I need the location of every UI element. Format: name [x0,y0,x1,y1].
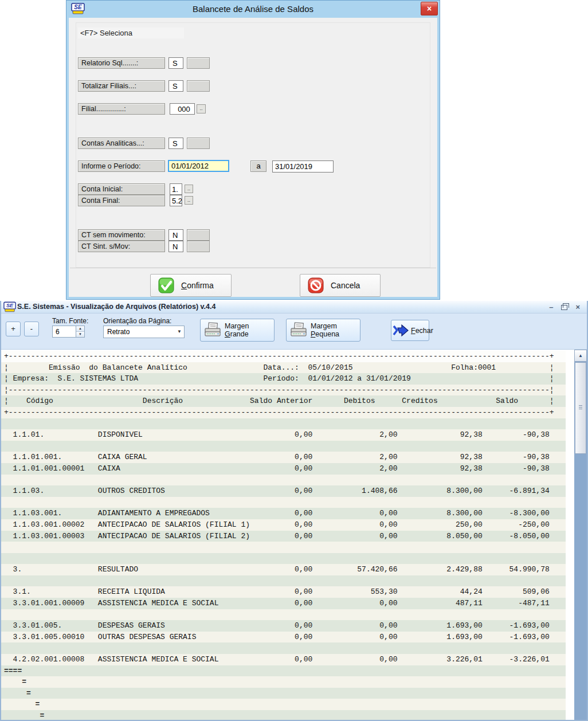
report-line: 1.1.03.001. ADIANTAMENTO A EMPREGADOS 0,… [1,508,566,519]
fechar-label: Fechar [411,327,433,335]
periodo-to-input[interactable] [272,160,334,173]
stepper-up-icon[interactable]: ▲ [76,326,84,331]
conta-inicial-browse-button[interactable]: .. [185,185,193,193]
conta-final-input[interactable] [170,195,182,206]
periodo-separator-label: a [250,160,266,172]
ct-sem-movimento-aux-box [187,229,210,241]
close-icon[interactable]: × [575,303,580,311]
dialog-titlebar: SE Balancete de Análise de Saldos × [66,1,440,18]
minimize-icon[interactable]: – [549,303,553,311]
report-area: +---------------------------------------… [1,350,587,720]
relatorio-sql-label: Relatorio Sql.......: [78,57,165,69]
report-line: 1.1.01. DISPONIVEL 0,00 2,00 92,38 -90,3… [1,429,566,441]
report-line: ==== [1,665,566,677]
ct-sem-movimento-label: CT sem movimento: [78,229,165,241]
zoom-in-button[interactable]: + [6,322,21,336]
orientation-label: Orientação da Página: [103,317,171,325]
conta-inicial-input[interactable] [170,183,182,195]
totalizar-filiais-input[interactable] [168,80,183,92]
restore-icon[interactable] [561,305,567,310]
printer-icon [290,322,307,338]
report-line [1,475,566,486]
f7-hint-label: <F7> Seleciona [78,28,184,38]
report-line [1,418,566,430]
confirm-check-icon [158,277,174,293]
report-line: = [1,688,566,699]
screen: SE Balancete de Análise de Saldos × <F7>… [0,0,588,721]
zoom-out-button[interactable]: - [24,322,39,336]
viewer-title: S.E. Sistemas - Visualização de Arquivos… [17,303,215,311]
relatorio-sql-input[interactable] [168,57,183,69]
app-logo-icon: SE [3,301,16,312]
close-arrow-icon [393,323,410,339]
viewer-toolbar: + - Tam. Fonte: ▲ ▼ Orientação da Página… [1,314,587,350]
cancel-no-icon [308,277,324,293]
contas-analiticas-input[interactable] [168,138,183,149]
periodo-from-input[interactable] [168,160,229,172]
report-line: +---------------------------------------… [1,407,566,418]
report-line: 1.1.03. OUTROS CREDITOS 0,00 1.408,66 8.… [1,485,566,497]
confirma-button[interactable]: Confirma [150,274,232,297]
conta-final-browse-button[interactable]: .. [185,196,193,205]
contas-analiticas-label: Contas Analiticas...: [78,138,165,149]
ct-sint-smov-aux-box [187,241,210,252]
scroll-up-icon[interactable]: ▲ [574,350,587,362]
dialog-title: Balancete de Análise de Saldos [66,4,440,14]
report-line: = [1,676,566,688]
margem-pequena-button[interactable]: Margem Pequena [286,319,360,342]
report-line: 3. RESULTADO 0,00 57.420,66 2.429,88 54.… [1,564,566,575]
report-line [1,553,566,565]
filial-input[interactable] [170,103,195,115]
report-line: = [1,710,566,720]
filial-browse-button[interactable]: .. [197,104,206,113]
scrollbar-thumb[interactable] [575,362,586,454]
report-viewer-window: SE S.E. Sistemas - Visualização de Arqui… [0,301,588,721]
orientation-dropdown[interactable]: Retrato ▼ [103,326,185,338]
report-line: 1.1.01.001. CAIXA GERAL 0,00 2,00 92,38 … [1,452,566,463]
confirma-label: Confirma [181,281,214,290]
ct-sint-smov-label: CT Sint. s/Mov: [78,241,165,252]
button-bar-separator [70,268,436,268]
margem-pequena-label: Margem Pequena [311,322,360,338]
svg-text:SE: SE [6,303,14,308]
filial-label: Filial..............: [78,103,165,115]
chevron-down-icon: ▼ [177,329,182,334]
cancela-label: Cancela [331,281,360,290]
report-line: = [1,699,566,710]
report-line: 1.1.03.001.00003 ANTECIPACAO DE SALARIOS… [1,531,566,542]
margen-grande-button[interactable]: Margen Grande [200,319,275,342]
report-line [1,542,566,553]
stepper-down-icon[interactable]: ▼ [76,331,84,337]
viewer-titlebar: SE S.E. Sistemas - Visualização de Arqui… [1,301,587,314]
font-size-stepper: ▲ ▼ [52,326,85,338]
conta-final-label: Conta Final: [78,195,165,206]
report-line: 3.1. RECEITA LIQUIDA 0,00 553,30 44,24 5… [1,586,566,598]
orientation-value: Retrato [107,328,130,336]
report-line: 1.1.03.001.00002 ANTECIPACAO DE SALARIOS… [1,519,566,531]
cancela-button[interactable]: Cancela [300,274,381,297]
report-line [1,497,566,508]
ct-sem-movimento-input[interactable] [168,229,183,241]
report-line: 3.3.01.001.00009 ASSISTENCIA MEDICA E SO… [1,598,566,609]
contas-analiticas-aux-box [187,138,210,149]
dialog-body: <F7> Seleciona Relatorio Sql.......: Tot… [69,18,437,297]
report-line: ¦ Emissão do Balancete Analítico Data...… [1,362,566,374]
periodo-label: Informe o Período: [78,160,165,172]
margen-grande-label: Margen Grande [225,322,274,338]
close-icon[interactable]: × [421,2,438,15]
report-line: 4.2.02.001.00008 ASSISTENCIA MEDICA E SO… [1,654,566,665]
report-line [1,441,566,452]
conta-inicial-label: Conta Inicial: [78,183,165,195]
fechar-button[interactable]: Fechar [391,320,429,341]
vertical-scrollbar[interactable]: ▲ [574,350,587,720]
report-line: +---------------------------------------… [1,351,566,362]
relatorio-sql-aux-box [187,57,210,69]
report-line [1,642,566,654]
report-line [1,609,566,621]
report-line: ¦ Código Descrição Saldo Anterior Debito… [1,395,566,407]
report-line [1,575,566,587]
report-line: 3.3.01.005. DESPESAS GERAIS 0,00 0,00 1.… [1,620,566,632]
report-line: 1.1.01.001.00001 CAIXA 0,00 2,00 92,38 -… [1,463,566,475]
font-size-input[interactable] [53,326,76,337]
ct-sint-smov-input[interactable] [168,241,183,252]
